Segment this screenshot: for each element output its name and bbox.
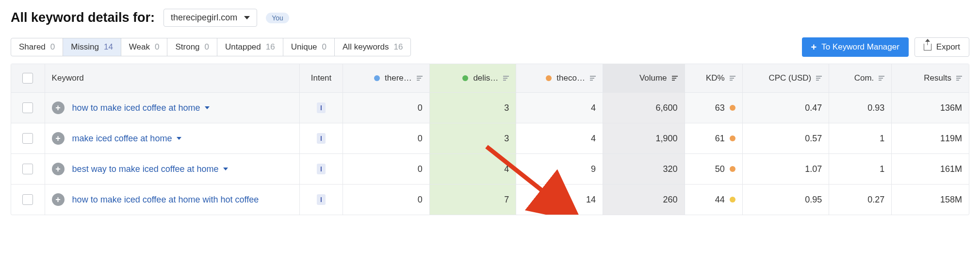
com-value: 1 — [880, 134, 884, 144]
filter-tab-label: Missing — [71, 42, 99, 52]
col-results[interactable]: Results — [892, 64, 969, 92]
site3-value: 14 — [586, 195, 596, 205]
row-checkbox[interactable] — [22, 102, 33, 113]
difficulty-dot-icon — [730, 135, 735, 141]
site2-cell: 7 — [430, 185, 517, 215]
col-intent-label: Intent — [311, 73, 332, 83]
site3-cell: 14 — [516, 185, 603, 215]
select-all-checkbox[interactable] — [22, 73, 33, 84]
results-cell: 136M — [892, 93, 969, 123]
volume-cell: 260 — [603, 185, 685, 215]
site3-cell: 4 — [516, 123, 603, 153]
results-value: 119M — [940, 134, 962, 144]
col-keyword[interactable]: Keyword — [45, 64, 300, 92]
cpc-cell: 0.57 — [743, 123, 830, 153]
com-value: 0.27 — [867, 195, 884, 205]
sort-icon — [672, 76, 678, 81]
site1-value: 0 — [418, 164, 423, 174]
keyword-cell: +best way to make iced coffee at home — [45, 154, 300, 184]
kd-cell: 63 — [685, 93, 743, 123]
volume-cell: 6,600 — [603, 93, 685, 123]
results-cell: 119M — [892, 123, 969, 153]
caret-down-icon — [205, 106, 210, 109]
site3-value: 4 — [591, 134, 596, 144]
col-intent[interactable]: Intent — [300, 64, 343, 92]
intent-cell: I — [300, 185, 343, 215]
intent-badge: I — [317, 164, 326, 174]
filter-tab-all-keywords[interactable]: All keywords16 — [335, 38, 410, 56]
filter-tabs: Shared0Missing14Weak0Strong0Untapped16Un… — [11, 38, 411, 56]
difficulty-dot-icon — [730, 197, 735, 202]
results-value: 161M — [940, 164, 962, 174]
col-site3[interactable]: theco… — [516, 64, 603, 92]
filter-tab-strong[interactable]: Strong0 — [167, 38, 217, 56]
expand-button[interactable]: + — [52, 132, 65, 145]
filter-tab-label: Shared — [19, 42, 46, 52]
col-cpc[interactable]: CPC (USD) — [743, 64, 830, 92]
row-select-cell — [11, 154, 45, 184]
filter-tab-count: 0 — [155, 42, 159, 52]
filter-tab-shared[interactable]: Shared0 — [11, 38, 63, 56]
row-select-cell — [11, 185, 45, 215]
col-volume[interactable]: Volume — [603, 64, 685, 92]
cpc-value: 0.95 — [805, 195, 822, 205]
row-checkbox[interactable] — [22, 164, 33, 174]
caret-down-icon — [177, 137, 181, 140]
volume-value: 260 — [663, 195, 678, 205]
intent-cell: I — [300, 154, 343, 184]
col-com[interactable]: Com. — [829, 64, 892, 92]
keyword-text: how to make iced coffee at home with hot… — [72, 195, 259, 205]
intent-badge: I — [317, 194, 326, 205]
keyword-link[interactable]: how to make iced coffee at home with hot… — [72, 195, 259, 205]
filter-tab-label: All keywords — [343, 42, 389, 52]
sort-icon — [417, 76, 423, 81]
row-checkbox[interactable] — [22, 194, 33, 205]
to-keyword-manager-button[interactable]: + To Keyword Manager — [802, 37, 909, 57]
expand-button[interactable]: + — [52, 101, 65, 114]
volume-cell: 320 — [603, 154, 685, 184]
com-value: 0.93 — [867, 103, 884, 113]
site2-cell: 3 — [430, 123, 517, 153]
keyword-link[interactable]: best way to make iced coffee at home — [72, 164, 229, 174]
to-keyword-manager-label: To Keyword Manager — [821, 42, 899, 52]
keyword-link[interactable]: make iced coffee at home — [72, 134, 182, 144]
expand-button[interactable]: + — [52, 193, 65, 206]
keyword-cell: +how to make iced coffee at home with ho… — [45, 185, 300, 215]
col-site3-label: theco… — [556, 73, 585, 83]
row-select-cell — [11, 123, 45, 153]
col-com-label: Com. — [854, 73, 874, 83]
plus-icon: + — [811, 42, 817, 52]
filter-tab-label: Untapped — [225, 42, 261, 52]
plus-icon: + — [55, 195, 61, 204]
filter-tab-count: 0 — [50, 42, 55, 52]
filter-tab-label: Weak — [129, 42, 150, 52]
export-button[interactable]: Export — [915, 37, 969, 57]
intent-cell: I — [300, 123, 343, 153]
keyword-link[interactable]: how to make iced coffee at home — [72, 103, 210, 113]
filter-tab-untapped[interactable]: Untapped16 — [217, 38, 283, 56]
keyword-text: best way to make iced coffee at home — [72, 164, 219, 174]
filter-tab-weak[interactable]: Weak0 — [121, 38, 168, 56]
col-site2[interactable]: delis… — [430, 64, 517, 92]
domain-select[interactable]: therecipegirl.com — [163, 9, 257, 27]
filter-tab-count: 0 — [322, 42, 327, 52]
sort-icon — [956, 76, 962, 81]
kd-value: 44 — [715, 195, 725, 205]
filter-tab-label: Strong — [175, 42, 199, 52]
cpc-cell: 1.07 — [743, 154, 830, 184]
site1-cell: 0 — [343, 93, 430, 123]
col-cpc-label: CPC (USD) — [768, 73, 811, 83]
sort-icon — [879, 76, 884, 81]
col-kd[interactable]: KD% — [685, 64, 743, 92]
col-site1[interactable]: there… — [343, 64, 430, 92]
filter-tab-count: 16 — [266, 42, 275, 52]
sort-icon — [730, 76, 735, 81]
site1-value: 0 — [418, 134, 423, 144]
volume-cell: 1,900 — [603, 123, 685, 153]
row-checkbox[interactable] — [22, 133, 33, 144]
expand-button[interactable]: + — [52, 163, 65, 175]
filter-tab-missing[interactable]: Missing14 — [63, 38, 121, 56]
kd-value: 61 — [715, 134, 725, 144]
filter-tab-unique[interactable]: Unique0 — [283, 38, 335, 56]
plus-icon: + — [55, 165, 61, 173]
